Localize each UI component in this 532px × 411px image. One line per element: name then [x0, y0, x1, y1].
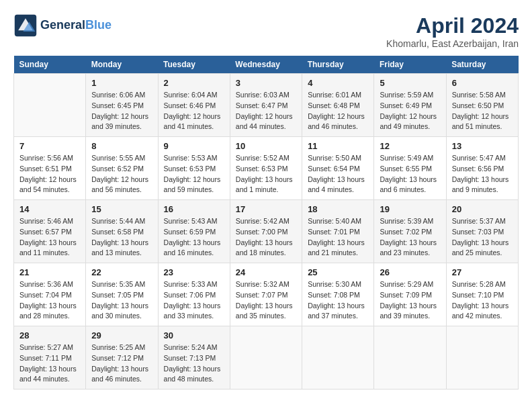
- day-number: 12: [380, 141, 440, 151]
- calendar-cell: 14Sunrise: 5:46 AMSunset: 6:57 PMDayligh…: [14, 200, 86, 263]
- calendar-cell: [374, 326, 446, 390]
- calendar-cell: 26Sunrise: 5:29 AMSunset: 7:09 PMDayligh…: [374, 263, 446, 326]
- day-number: 3: [236, 78, 296, 88]
- calendar-cell: 3Sunrise: 6:03 AMSunset: 6:47 PMDaylight…: [230, 74, 302, 137]
- day-info: Sunrise: 5:27 AMSunset: 7:11 PMDaylight:…: [19, 342, 80, 385]
- day-info: Sunrise: 5:25 AMSunset: 7:12 PMDaylight:…: [91, 342, 152, 385]
- day-info: Sunrise: 5:49 AMSunset: 6:55 PMDaylight:…: [380, 153, 440, 195]
- weekday-header-sunday: Sunday: [14, 56, 86, 74]
- calendar-cell: 21Sunrise: 5:36 AMSunset: 7:04 PMDayligh…: [14, 263, 86, 326]
- day-info: Sunrise: 5:53 AMSunset: 6:53 PMDaylight:…: [164, 153, 224, 195]
- calendar-cell: 5Sunrise: 5:59 AMSunset: 6:49 PMDaylight…: [374, 74, 446, 137]
- day-info: Sunrise: 5:58 AMSunset: 6:50 PMDaylight:…: [452, 90, 513, 132]
- calendar-cell: 27Sunrise: 5:28 AMSunset: 7:10 PMDayligh…: [446, 263, 518, 326]
- logo-icon: [13, 13, 38, 38]
- day-number: 22: [91, 267, 152, 277]
- weekday-header-thursday: Thursday: [302, 56, 374, 74]
- day-number: 9: [164, 141, 224, 151]
- calendar-cell: 23Sunrise: 5:33 AMSunset: 7:06 PMDayligh…: [158, 263, 230, 326]
- day-number: 13: [452, 141, 513, 151]
- week-row-2: 7Sunrise: 5:56 AMSunset: 6:51 PMDaylight…: [14, 137, 519, 200]
- day-info: Sunrise: 5:55 AMSunset: 6:52 PMDaylight:…: [91, 153, 152, 195]
- day-number: 14: [19, 204, 80, 214]
- day-number: 5: [380, 78, 440, 88]
- day-number: 29: [91, 330, 152, 340]
- day-info: Sunrise: 6:03 AMSunset: 6:47 PMDaylight:…: [236, 90, 296, 132]
- day-info: Sunrise: 5:40 AMSunset: 7:01 PMDaylight:…: [308, 216, 368, 259]
- day-info: Sunrise: 5:37 AMSunset: 7:03 PMDaylight:…: [452, 216, 513, 259]
- weekday-header-monday: Monday: [86, 56, 158, 74]
- day-info: Sunrise: 5:29 AMSunset: 7:09 PMDaylight:…: [380, 279, 440, 322]
- calendar-cell: 19Sunrise: 5:39 AMSunset: 7:02 PMDayligh…: [374, 200, 446, 263]
- day-info: Sunrise: 5:47 AMSunset: 6:56 PMDaylight:…: [452, 153, 513, 195]
- calendar-cell: 17Sunrise: 5:42 AMSunset: 7:00 PMDayligh…: [230, 200, 302, 263]
- week-row-1: 1Sunrise: 6:06 AMSunset: 6:45 PMDaylight…: [14, 74, 519, 137]
- day-info: Sunrise: 5:30 AMSunset: 7:08 PMDaylight:…: [308, 279, 368, 322]
- day-info: Sunrise: 6:01 AMSunset: 6:48 PMDaylight:…: [308, 90, 368, 132]
- weekday-header-tuesday: Tuesday: [158, 56, 230, 74]
- weekday-header-friday: Friday: [374, 56, 446, 74]
- day-number: 21: [19, 267, 80, 277]
- day-info: Sunrise: 5:52 AMSunset: 6:53 PMDaylight:…: [236, 153, 296, 195]
- day-info: Sunrise: 5:56 AMSunset: 6:51 PMDaylight:…: [19, 153, 80, 195]
- day-number: 23: [164, 267, 224, 277]
- day-info: Sunrise: 5:42 AMSunset: 7:00 PMDaylight:…: [236, 216, 296, 259]
- calendar-cell: 8Sunrise: 5:55 AMSunset: 6:52 PMDaylight…: [86, 137, 158, 200]
- location-subtitle: Khomarlu, East Azerbaijan, Iran: [386, 38, 519, 49]
- calendar-cell: 30Sunrise: 5:24 AMSunset: 7:13 PMDayligh…: [158, 326, 230, 390]
- weekday-header-row: SundayMondayTuesdayWednesdayThursdayFrid…: [14, 56, 519, 74]
- calendar-cell: 1Sunrise: 6:06 AMSunset: 6:45 PMDaylight…: [86, 74, 158, 137]
- day-number: 4: [308, 78, 368, 88]
- day-info: Sunrise: 5:44 AMSunset: 6:58 PMDaylight:…: [91, 216, 152, 259]
- calendar-cell: 25Sunrise: 5:30 AMSunset: 7:08 PMDayligh…: [302, 263, 374, 326]
- calendar-cell: 6Sunrise: 5:58 AMSunset: 6:50 PMDaylight…: [446, 74, 518, 137]
- day-info: Sunrise: 5:43 AMSunset: 6:59 PMDaylight:…: [164, 216, 224, 259]
- day-number: 19: [380, 204, 440, 214]
- logo-text: GeneralBlue: [40, 18, 112, 33]
- week-row-5: 28Sunrise: 5:27 AMSunset: 7:11 PMDayligh…: [14, 326, 519, 390]
- day-number: 15: [91, 204, 152, 214]
- week-row-3: 14Sunrise: 5:46 AMSunset: 6:57 PMDayligh…: [14, 200, 519, 263]
- day-number: 17: [236, 204, 296, 214]
- day-info: Sunrise: 5:59 AMSunset: 6:49 PMDaylight:…: [380, 90, 440, 132]
- day-info: Sunrise: 5:50 AMSunset: 6:54 PMDaylight:…: [308, 153, 368, 195]
- day-number: 25: [308, 267, 368, 277]
- calendar-cell: 7Sunrise: 5:56 AMSunset: 6:51 PMDaylight…: [14, 137, 86, 200]
- day-info: Sunrise: 5:35 AMSunset: 7:05 PMDaylight:…: [91, 279, 152, 322]
- day-number: 7: [19, 141, 80, 151]
- calendar-cell: 10Sunrise: 5:52 AMSunset: 6:53 PMDayligh…: [230, 137, 302, 200]
- day-info: Sunrise: 6:06 AMSunset: 6:45 PMDaylight:…: [91, 90, 152, 132]
- calendar-cell: [230, 326, 302, 390]
- calendar-cell: 9Sunrise: 5:53 AMSunset: 6:53 PMDaylight…: [158, 137, 230, 200]
- calendar-cell: 11Sunrise: 5:50 AMSunset: 6:54 PMDayligh…: [302, 137, 374, 200]
- calendar-cell: 22Sunrise: 5:35 AMSunset: 7:05 PMDayligh…: [86, 263, 158, 326]
- logo: GeneralBlue: [13, 13, 112, 38]
- day-number: 28: [19, 330, 80, 340]
- day-number: 18: [308, 204, 368, 214]
- day-info: Sunrise: 5:46 AMSunset: 6:57 PMDaylight:…: [19, 216, 80, 259]
- week-row-4: 21Sunrise: 5:36 AMSunset: 7:04 PMDayligh…: [14, 263, 519, 326]
- day-info: Sunrise: 5:28 AMSunset: 7:10 PMDaylight:…: [452, 279, 513, 322]
- calendar-cell: 12Sunrise: 5:49 AMSunset: 6:55 PMDayligh…: [374, 137, 446, 200]
- calendar-cell: [446, 326, 518, 390]
- page-header: GeneralBlue April 2024 Khomarlu, East Az…: [13, 13, 519, 49]
- day-info: Sunrise: 5:24 AMSunset: 7:13 PMDaylight:…: [164, 342, 224, 385]
- day-info: Sunrise: 5:32 AMSunset: 7:07 PMDaylight:…: [236, 279, 296, 322]
- weekday-header-wednesday: Wednesday: [230, 56, 302, 74]
- calendar-cell: 18Sunrise: 5:40 AMSunset: 7:01 PMDayligh…: [302, 200, 374, 263]
- calendar-cell: [14, 74, 86, 137]
- calendar-cell: 28Sunrise: 5:27 AMSunset: 7:11 PMDayligh…: [14, 326, 86, 390]
- day-number: 26: [380, 267, 440, 277]
- day-number: 1: [91, 78, 152, 88]
- calendar-cell: 20Sunrise: 5:37 AMSunset: 7:03 PMDayligh…: [446, 200, 518, 263]
- day-number: 24: [236, 267, 296, 277]
- day-number: 8: [91, 141, 152, 151]
- day-number: 11: [308, 141, 368, 151]
- day-info: Sunrise: 6:04 AMSunset: 6:46 PMDaylight:…: [164, 90, 224, 132]
- month-title: April 2024: [386, 13, 519, 38]
- day-number: 30: [164, 330, 224, 340]
- calendar-cell: 24Sunrise: 5:32 AMSunset: 7:07 PMDayligh…: [230, 263, 302, 326]
- weekday-header-saturday: Saturday: [446, 56, 518, 74]
- day-info: Sunrise: 5:39 AMSunset: 7:02 PMDaylight:…: [380, 216, 440, 259]
- calendar-cell: 29Sunrise: 5:25 AMSunset: 7:12 PMDayligh…: [86, 326, 158, 390]
